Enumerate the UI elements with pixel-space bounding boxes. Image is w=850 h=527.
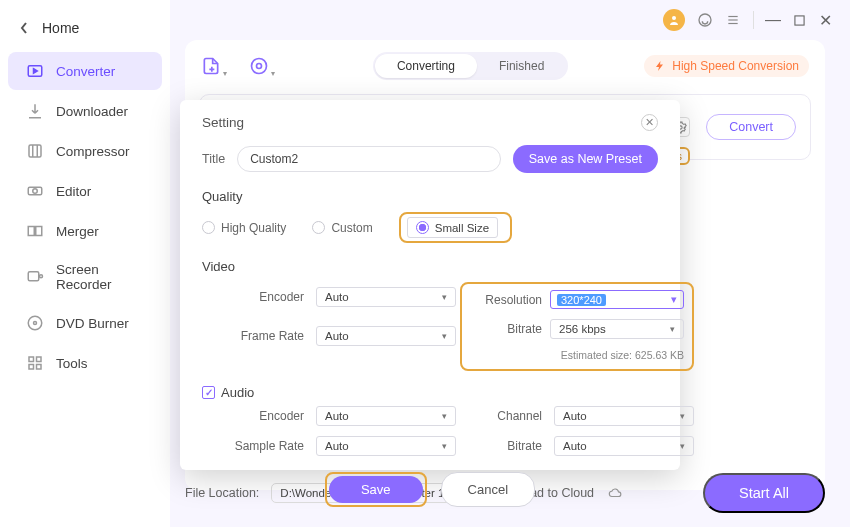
video-section-label: Video	[202, 259, 658, 274]
sidebar-item-label: DVD Burner	[56, 316, 129, 331]
svg-rect-12	[28, 272, 39, 281]
svg-rect-18	[29, 365, 34, 370]
convert-button[interactable]: Convert	[706, 114, 796, 140]
chevron-left-icon	[20, 22, 28, 34]
sidebar-item-downloader[interactable]: Downloader	[8, 92, 162, 130]
svg-rect-19	[37, 365, 42, 370]
svg-point-21	[257, 64, 262, 69]
svg-rect-17	[37, 357, 42, 362]
tab-converting[interactable]: Converting	[375, 54, 477, 78]
svg-point-20	[252, 59, 267, 74]
audio-encoder-label: Encoder	[202, 409, 312, 423]
support-icon[interactable]	[697, 12, 713, 28]
home-label: Home	[42, 20, 79, 36]
screen-recorder-icon	[26, 268, 44, 286]
svg-rect-10	[28, 227, 34, 236]
merger-icon	[26, 222, 44, 240]
maximize-button[interactable]	[792, 13, 806, 27]
audio-bitrate-label: Bitrate	[460, 439, 550, 453]
sidebar-item-label: Merger	[56, 224, 99, 239]
save-preset-button[interactable]: Save as New Preset	[513, 145, 658, 173]
sidebar-item-editor[interactable]: Editor	[8, 172, 162, 210]
channel-select[interactable]: Auto▾	[554, 406, 694, 426]
video-bitrate-label: Bitrate	[470, 322, 550, 336]
estimated-size: Estimated size: 625.63 KB	[470, 349, 684, 361]
close-icon[interactable]: ✕	[641, 114, 658, 131]
tools-icon	[26, 354, 44, 372]
sidebar-item-converter[interactable]: Converter	[8, 52, 162, 90]
resolution-highlight: Resolution 320*240▾ Bitrate 256 kbps▾ Es…	[460, 282, 694, 371]
video-bitrate-select[interactable]: 256 kbps▾	[550, 319, 684, 339]
settings-modal: Setting ✕ Title Save as New Preset Quali…	[180, 100, 680, 470]
svg-rect-16	[29, 357, 34, 362]
radio-high-quality[interactable]: High Quality	[202, 221, 286, 235]
channel-label: Channel	[460, 409, 550, 423]
radio-small-size[interactable]: Small Size	[407, 217, 498, 238]
svg-point-8	[33, 189, 38, 194]
start-all-button[interactable]: Start All	[703, 473, 825, 513]
frame-rate-select[interactable]: Auto▾	[316, 326, 456, 346]
chevron-down-icon: ▾	[223, 69, 227, 78]
editor-icon	[26, 182, 44, 200]
svg-rect-5	[794, 15, 803, 24]
svg-point-0	[672, 16, 676, 20]
sidebar-item-label: Downloader	[56, 104, 128, 119]
svg-rect-7	[29, 145, 41, 157]
sample-rate-select[interactable]: Auto▾	[316, 436, 456, 456]
home-back[interactable]: Home	[0, 8, 170, 48]
sidebar-item-screen-recorder[interactable]: Screen Recorder	[8, 252, 162, 302]
download-icon	[26, 102, 44, 120]
svg-rect-11	[36, 227, 42, 236]
sidebar-item-label: Compressor	[56, 144, 130, 159]
title-bar: — ✕	[645, 0, 850, 40]
converter-icon	[26, 62, 44, 80]
high-speed-badge[interactable]: High Speed Conversion	[644, 55, 809, 77]
dvd-icon	[26, 314, 44, 332]
user-avatar-icon[interactable]	[663, 9, 685, 31]
modal-header: Setting ✕	[202, 114, 658, 131]
compressor-icon	[26, 142, 44, 160]
add-folder-button[interactable]: ▾	[249, 54, 273, 78]
modal-title: Setting	[202, 115, 244, 130]
svg-point-15	[34, 322, 37, 325]
sidebar: Home Converter Downloader Compressor Edi…	[0, 0, 170, 527]
title-label: Title	[202, 152, 225, 166]
resolution-select[interactable]: 320*240▾	[550, 290, 684, 309]
svg-point-13	[40, 275, 43, 278]
sidebar-item-label: Editor	[56, 184, 91, 199]
sample-rate-label: Sample Rate	[202, 439, 312, 453]
menu-icon[interactable]	[725, 12, 741, 28]
quality-section-label: Quality	[202, 189, 658, 204]
minimize-button[interactable]: —	[766, 13, 780, 27]
encoder-label: Encoder	[202, 290, 312, 304]
sidebar-item-label: Converter	[56, 64, 115, 79]
title-input[interactable]	[237, 146, 501, 172]
sidebar-item-tools[interactable]: Tools	[8, 344, 162, 382]
save-button[interactable]: Save	[329, 476, 423, 503]
resolution-label: Resolution	[470, 293, 550, 307]
chevron-down-icon: ▾	[271, 69, 275, 78]
save-button-highlight: Save	[325, 472, 427, 507]
add-file-button[interactable]: ▾	[201, 54, 225, 78]
sidebar-item-compressor[interactable]: Compressor	[8, 132, 162, 170]
svg-point-14	[28, 316, 42, 330]
tab-finished[interactable]: Finished	[477, 54, 566, 78]
audio-bitrate-select[interactable]: Auto▾	[554, 436, 694, 456]
sidebar-item-label: Screen Recorder	[56, 262, 144, 292]
audio-section-label: Audio	[221, 385, 254, 400]
frame-rate-label: Frame Rate	[202, 329, 312, 343]
radio-small-size-highlight: Small Size	[399, 212, 512, 243]
sidebar-item-dvd-burner[interactable]: DVD Burner	[8, 304, 162, 342]
audio-checkbox[interactable]: ✓	[202, 386, 215, 399]
tab-segment: Converting Finished	[373, 52, 568, 80]
video-encoder-select[interactable]: Auto▾	[316, 287, 456, 307]
cancel-button[interactable]: Cancel	[441, 472, 535, 507]
lightning-icon	[654, 60, 666, 72]
radio-custom[interactable]: Custom	[312, 221, 372, 235]
close-button[interactable]: ✕	[818, 13, 832, 27]
audio-encoder-select[interactable]: Auto▾	[316, 406, 456, 426]
sidebar-item-label: Tools	[56, 356, 88, 371]
sidebar-item-merger[interactable]: Merger	[8, 212, 162, 250]
